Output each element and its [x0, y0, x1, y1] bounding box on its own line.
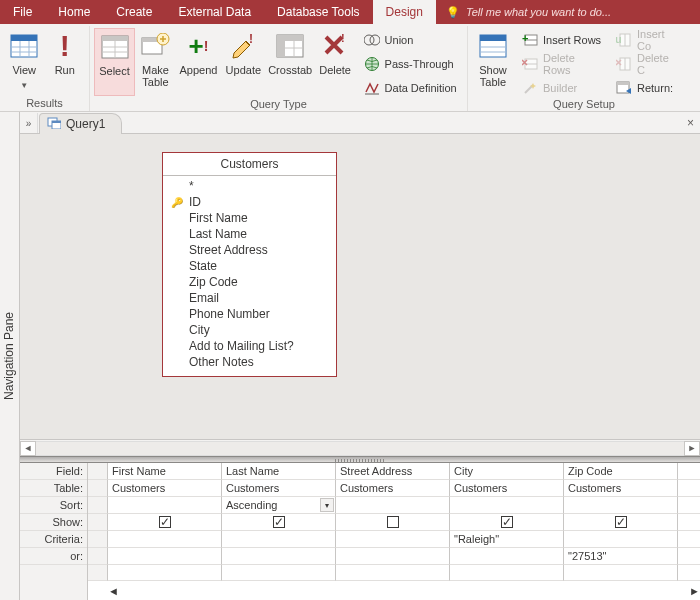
field-item[interactable]: Add to Mailing List?	[171, 338, 330, 354]
close-tab-button[interactable]: ×	[687, 116, 694, 130]
grid-cell-table[interactable]: Customers	[450, 480, 564, 497]
grid-cell-sort[interactable]	[336, 497, 450, 514]
shutter-toggle[interactable]: »	[20, 113, 38, 133]
field-item[interactable]: Email	[171, 290, 330, 306]
crosstab-button[interactable]: Crosstab	[266, 28, 315, 96]
grid-cell-show[interactable]	[108, 514, 222, 531]
row-selector[interactable]	[88, 531, 108, 548]
grid-hscrollbar[interactable]: ◄►	[88, 585, 700, 601]
run-button[interactable]: ! Run	[45, 28, 86, 96]
field-item[interactable]: City	[171, 322, 330, 338]
scroll-right-icon[interactable]: ►	[689, 585, 700, 601]
field-item[interactable]: Street Address	[171, 242, 330, 258]
field-item[interactable]: First Name	[171, 210, 330, 226]
label-criteria: Criteria:	[20, 531, 87, 548]
datasheet-view-icon	[8, 30, 40, 62]
grid-cell-field[interactable]: Street Address	[336, 463, 450, 480]
insert-columns-button[interactable]: u Insert Co	[612, 30, 678, 50]
grid-cell-sort[interactable]: Ascending▾	[222, 497, 336, 514]
update-button[interactable]: ! Update	[221, 28, 266, 96]
grid-cell-table[interactable]: Customers	[108, 480, 222, 497]
delete-rows-button[interactable]: Delete Rows	[518, 54, 608, 74]
select-query-button[interactable]: Select	[94, 28, 135, 96]
append-button[interactable]: +! Append	[176, 28, 221, 96]
scroll-right-icon[interactable]: ►	[684, 441, 700, 456]
show-checkbox[interactable]	[273, 516, 285, 528]
append-icon: +!	[182, 30, 214, 62]
tell-me-placeholder: Tell me what you want to do...	[466, 6, 611, 18]
tab-database-tools[interactable]: Database Tools	[264, 0, 373, 24]
grid-cell-table[interactable]: Customers	[336, 480, 450, 497]
scroll-left-icon[interactable]: ◄	[108, 585, 119, 601]
row-selector[interactable]	[88, 497, 108, 514]
grid-cell-show[interactable]	[336, 514, 450, 531]
tab-external-data[interactable]: External Data	[165, 0, 264, 24]
show-checkbox[interactable]	[615, 516, 627, 528]
document-area: Navigation Pane » Query1 × Customers *🔑I…	[0, 112, 700, 600]
source-table-box[interactable]: Customers *🔑IDFirst NameLast NameStreet …	[162, 152, 337, 377]
grid-cell-field[interactable]: Zip Code	[564, 463, 678, 480]
grid-cell-criteria[interactable]	[336, 531, 450, 548]
insert-rows-button[interactable]: + Insert Rows	[518, 30, 608, 50]
show-checkbox[interactable]	[501, 516, 513, 528]
tab-create[interactable]: Create	[103, 0, 165, 24]
grid-cell-field[interactable]: Last Name	[222, 463, 336, 480]
grid-cell-or[interactable]	[336, 548, 450, 565]
navigation-pane-collapsed[interactable]: Navigation Pane	[0, 112, 20, 600]
grid-cell-show[interactable]	[564, 514, 678, 531]
tell-me-search[interactable]: 💡 Tell me what you want to do...	[436, 0, 700, 24]
grid-cell-criteria[interactable]	[564, 531, 678, 548]
field-item-star[interactable]: *	[171, 178, 330, 194]
grid-cell-or[interactable]	[108, 548, 222, 565]
show-checkbox[interactable]	[387, 516, 399, 528]
grid-cell-show[interactable]	[222, 514, 336, 531]
grid-cell-field[interactable]: First Name	[108, 463, 222, 480]
field-item[interactable]: 🔑ID	[171, 194, 330, 210]
field-item[interactable]: Phone Number	[171, 306, 330, 322]
view-button[interactable]: View ▼	[4, 28, 45, 96]
grid-cell-table[interactable]: Customers	[222, 480, 336, 497]
delete-query-button[interactable]: ! Delete	[315, 28, 356, 96]
sort-dropdown-arrow-icon[interactable]: ▾	[320, 498, 334, 512]
query-tab[interactable]: Query1	[39, 113, 122, 134]
grid-cell-sort[interactable]	[450, 497, 564, 514]
grid-cell-sort[interactable]	[564, 497, 678, 514]
grid-cell-criteria[interactable]	[222, 531, 336, 548]
grid-cell-table[interactable]: Customers	[564, 480, 678, 497]
field-item[interactable]: Other Notes	[171, 354, 330, 370]
data-definition-button[interactable]: Data Definition	[360, 78, 463, 98]
field-item[interactable]: Last Name	[171, 226, 330, 242]
pane-splitter[interactable]	[20, 456, 700, 463]
grid-cell-criteria[interactable]	[108, 531, 222, 548]
union-button[interactable]: Union	[360, 30, 463, 50]
show-checkbox[interactable]	[159, 516, 171, 528]
row-selector[interactable]	[88, 463, 108, 480]
row-selector[interactable]	[88, 514, 108, 531]
passthrough-button[interactable]: Pass-Through	[360, 54, 463, 74]
tab-file[interactable]: File	[0, 0, 45, 24]
row-selector[interactable]	[88, 548, 108, 565]
grid-cell-sort[interactable]	[108, 497, 222, 514]
grid-cell-or[interactable]	[222, 548, 336, 565]
field-item[interactable]: State	[171, 258, 330, 274]
tab-home[interactable]: Home	[45, 0, 103, 24]
grid-cell-or[interactable]	[450, 548, 564, 565]
svg-text:+: +	[522, 33, 528, 44]
scroll-left-icon[interactable]: ◄	[20, 441, 36, 456]
delete-columns-button[interactable]: Delete C	[612, 54, 678, 74]
make-table-button[interactable]: Make Table	[135, 28, 176, 96]
field-item[interactable]: Zip Code	[171, 274, 330, 290]
grid-cell-show[interactable]	[450, 514, 564, 531]
crosstab-icon	[274, 30, 306, 62]
grid-cell-field[interactable]: City	[450, 463, 564, 480]
builder-button[interactable]: Builder	[518, 78, 608, 98]
grid-cell-or[interactable]: "27513"	[564, 548, 678, 565]
show-table-button[interactable]: Show Table	[472, 28, 514, 96]
upper-pane-hscrollbar[interactable]: ◄ ►	[20, 439, 700, 456]
query-design-upper-pane[interactable]: Customers *🔑IDFirst NameLast NameStreet …	[20, 134, 700, 439]
return-button[interactable]: Return:	[612, 78, 678, 98]
svg-rect-26	[480, 35, 506, 41]
grid-cell-criteria[interactable]: "Raleigh"	[450, 531, 564, 548]
row-selector[interactable]	[88, 480, 108, 497]
tab-design[interactable]: Design	[373, 0, 436, 24]
